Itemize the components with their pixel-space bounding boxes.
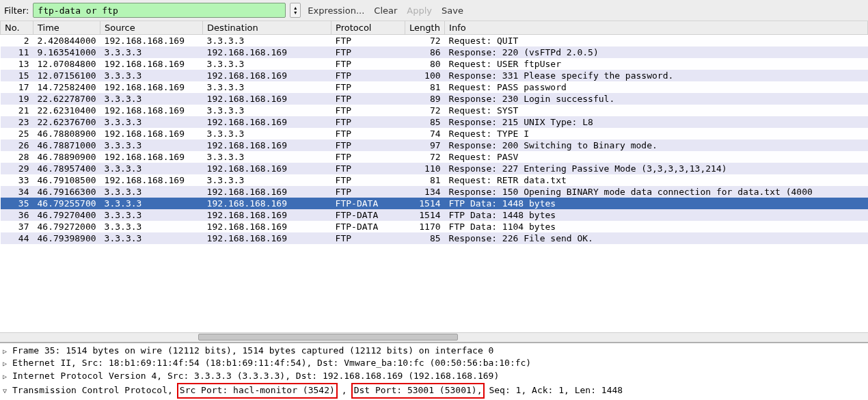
chevron-down-icon: ▾ [294, 10, 297, 15]
highlight-dst-port: Dst Port: 53001 (53001), [351, 383, 485, 399]
cell-info: Request: QUIT [445, 35, 868, 47]
packet-row[interactable]: 2946.789574003.3.3.3192.168.168.169FTP11… [1, 163, 868, 174]
col-header-source[interactable]: Source [100, 21, 203, 35]
expression-button[interactable]: Expression... [305, 5, 367, 16]
packet-row[interactable]: 3446.791663003.3.3.3192.168.168.169FTP13… [1, 186, 868, 198]
details-tcp-suffix: Seq: 1, Ack: 1, Len: 1448 [489, 384, 623, 397]
cell-protocol: FTP [331, 105, 405, 116]
cell-destination: 3.3.3.3 [203, 58, 331, 70]
horizontal-scrollbar[interactable] [0, 332, 868, 342]
cell-source: 192.168.168.169 [100, 128, 203, 139]
apply-button[interactable]: Apply [404, 5, 435, 16]
cell-no: 21 [1, 105, 33, 116]
packet-row[interactable]: 2322.623767003.3.3.3192.168.168.169FTP85… [1, 116, 868, 128]
packet-row[interactable]: 4446.793989003.3.3.3192.168.168.169FTP85… [1, 232, 868, 244]
scrollbar-thumb[interactable] [198, 334, 458, 341]
save-button[interactable]: Save [439, 5, 466, 16]
cell-destination: 3.3.3.3 [203, 105, 331, 116]
cell-info: Response: 331 Please specify the passwor… [445, 70, 868, 81]
col-header-no[interactable]: No. [1, 21, 33, 35]
packet-row[interactable]: 1312.07084800192.168.168.1693.3.3.3FTP80… [1, 58, 868, 70]
cell-no: 26 [1, 139, 33, 151]
packet-row[interactable]: 3346.79108500192.168.168.1693.3.3.3FTP81… [1, 174, 868, 186]
cell-protocol: FTP-DATA [331, 209, 405, 221]
cell-no: 29 [1, 163, 33, 174]
details-frame[interactable]: ▷ Frame 35: 1514 bytes on wire (12112 bi… [3, 345, 865, 358]
cell-source: 192.168.168.169 [100, 58, 203, 70]
cell-destination: 192.168.168.169 [203, 139, 331, 151]
details-ip[interactable]: ▷ Internet Protocol Version 4, Src: 3.3.… [3, 370, 865, 383]
cell-time: 2.420844000 [33, 35, 100, 47]
cell-length: 81 [405, 174, 445, 186]
collapse-icon[interactable]: ▽ [3, 386, 10, 397]
expand-icon[interactable]: ▷ [3, 359, 10, 369]
cell-time: 46.78871000 [33, 139, 100, 151]
packet-row[interactable]: 2122.62310400192.168.168.1693.3.3.3FTP72… [1, 105, 868, 116]
cell-destination: 192.168.168.169 [203, 163, 331, 174]
expand-icon[interactable]: ▷ [3, 372, 10, 382]
packet-row[interactable]: 2546.78808900192.168.168.1693.3.3.3FTP74… [1, 128, 868, 139]
cell-length: 85 [405, 232, 445, 244]
cell-no: 13 [1, 58, 33, 70]
cell-length: 1170 [405, 221, 445, 232]
details-tcp[interactable]: ▽ Transmission Control Protocol, Src Por… [3, 383, 865, 399]
details-frame-text: Frame 35: 1514 bytes on wire (12112 bits… [12, 345, 493, 358]
packet-row[interactable]: 3546.792557003.3.3.3192.168.168.169FTP-D… [1, 198, 868, 209]
cell-time: 22.62310400 [33, 105, 100, 116]
cell-length: 85 [405, 116, 445, 128]
cell-info: Response: 150 Opening BINARY mode data c… [445, 186, 868, 198]
cell-length: 80 [405, 58, 445, 70]
packet-row[interactable]: 1922.622787003.3.3.3192.168.168.169FTP89… [1, 93, 868, 105]
details-ethernet[interactable]: ▷ Ethernet II, Src: 18:b1:69:11:4f:54 (1… [3, 357, 865, 370]
packet-list[interactable]: No. Time Source Destination Protocol Len… [0, 21, 868, 244]
cell-info: FTP Data: 1448 bytes [445, 198, 868, 209]
cell-destination: 192.168.168.169 [203, 70, 331, 81]
col-header-time[interactable]: Time [33, 21, 100, 35]
cell-protocol: FTP-DATA [331, 221, 405, 232]
cell-length: 134 [405, 186, 445, 198]
cell-time: 46.79255700 [33, 198, 100, 209]
cell-no: 34 [1, 186, 33, 198]
packet-details-pane[interactable]: ▷ Frame 35: 1514 bytes on wire (12112 bi… [0, 342, 868, 400]
packet-row[interactable]: 3646.792704003.3.3.3192.168.168.169FTP-D… [1, 209, 868, 221]
cell-protocol: FTP-DATA [331, 198, 405, 209]
col-header-info[interactable]: Info [445, 21, 868, 35]
cell-info: Response: 227 Entering Passive Mode (3,3… [445, 163, 868, 174]
packet-row[interactable]: 3746.792720003.3.3.3192.168.168.169FTP-D… [1, 221, 868, 232]
cell-no: 23 [1, 116, 33, 128]
cell-destination: 192.168.168.169 [203, 93, 331, 105]
cell-source: 3.3.3.3 [100, 70, 203, 81]
cell-time: 46.79108500 [33, 174, 100, 186]
cell-no: 19 [1, 93, 33, 105]
col-header-protocol[interactable]: Protocol [331, 21, 405, 35]
cell-destination: 3.3.3.3 [203, 35, 331, 47]
packet-row[interactable]: 2846.78890900192.168.168.1693.3.3.3FTP72… [1, 151, 868, 163]
cell-source: 3.3.3.3 [100, 221, 203, 232]
cell-length: 81 [405, 81, 445, 93]
cell-destination: 192.168.168.169 [203, 46, 331, 58]
cell-no: 37 [1, 221, 33, 232]
filter-history-dropdown[interactable]: ▴ ▾ [290, 3, 301, 18]
packet-row[interactable]: 119.1635410003.3.3.3192.168.168.169FTP86… [1, 46, 868, 58]
cell-protocol: FTP [331, 35, 405, 47]
cell-no: 33 [1, 174, 33, 186]
packet-row[interactable]: 22.420844000192.168.168.1693.3.3.3FTP72R… [1, 35, 868, 47]
cell-length: 72 [405, 105, 445, 116]
packet-row[interactable]: 2646.788710003.3.3.3192.168.168.169FTP97… [1, 139, 868, 151]
packet-row[interactable]: 1714.72582400192.168.168.1693.3.3.3FTP81… [1, 81, 868, 93]
cell-length: 89 [405, 93, 445, 105]
col-header-destination[interactable]: Destination [203, 21, 331, 35]
cell-info: Request: RETR data.txt [445, 174, 868, 186]
cell-length: 1514 [405, 198, 445, 209]
cell-info: FTP Data: 1448 bytes [445, 209, 868, 221]
cell-protocol: FTP [331, 128, 405, 139]
cell-source: 3.3.3.3 [100, 139, 203, 151]
packet-row[interactable]: 1512.071561003.3.3.3192.168.168.169FTP10… [1, 70, 868, 81]
filter-input[interactable] [33, 3, 286, 18]
cell-protocol: FTP [331, 139, 405, 151]
clear-button[interactable]: Clear [371, 5, 400, 16]
expand-icon[interactable]: ▷ [3, 347, 10, 357]
col-header-length[interactable]: Length [405, 21, 445, 35]
cell-info: Request: SYST [445, 105, 868, 116]
cell-info: Response: 226 File send OK. [445, 232, 868, 244]
